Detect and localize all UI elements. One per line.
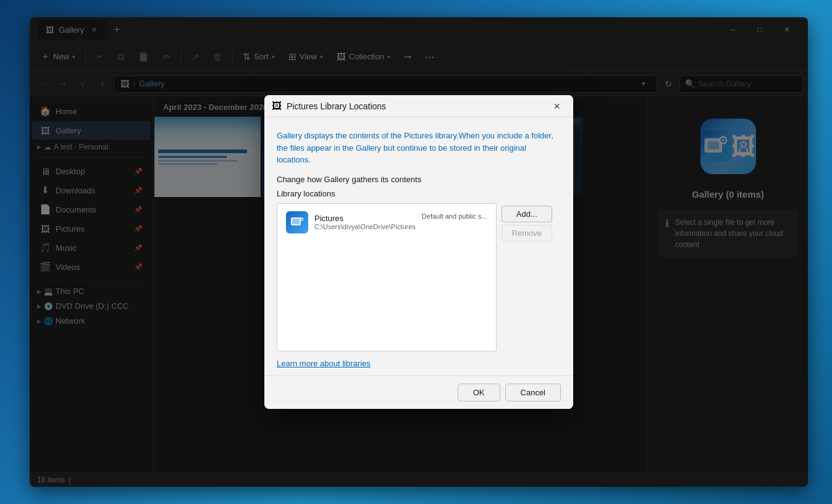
library-pictures-name: Pictures [314,214,416,223]
library-pictures-icon [286,211,308,233]
modal-change-label: Change how Gallery gathers its contents [277,175,561,184]
modal-overlay: 🖼 Pictures Library Locations ✕ Gallery d… [30,17,808,487]
modal-titlebar: 🖼 Pictures Library Locations ✕ [264,95,573,117]
main-window: 🖼 Gallery ✕ + ─ □ ✕ ＋ New ▾ ✂ ⧉ 📋 [30,17,808,487]
modal-title-icon: 🖼 [272,101,282,112]
modal-pictures-library: 🖼 Pictures Library Locations ✕ Gallery d… [264,95,573,409]
modal-description: Gallery displays the contents of the Pic… [277,130,561,166]
library-row: Pictures C:\Users\divya\OneDrive\Picture… [277,203,561,351]
library-item-pictures[interactable]: Pictures C:\Users\divya\OneDrive\Picture… [280,206,494,238]
modal-title-text: Pictures Library Locations [287,101,548,111]
remove-button[interactable]: Remove [502,225,552,242]
modal-body: Gallery displays the contents of the Pic… [264,117,573,376]
library-pictures-path: C:\Users\divya\OneDrive\Pictures [314,223,416,230]
modal-footer: OK Cancel [264,376,573,409]
ok-button[interactable]: OK [458,384,500,401]
svg-rect-7 [292,219,300,224]
library-pictures-badge: Default and public s... [422,212,487,220]
cancel-button[interactable]: Cancel [505,384,561,401]
library-pictures-info: Pictures C:\Users\divya\OneDrive\Picture… [314,214,416,230]
modal-locations-label: Library locations [277,189,561,198]
library-actions: Add... Remove [502,203,552,351]
add-button[interactable]: Add... [502,206,552,222]
svg-point-9 [301,218,303,220]
modal-close-button[interactable]: ✕ [548,98,566,115]
learn-more-link[interactable]: Learn more about libraries [277,359,371,368]
library-list: Pictures C:\Users\divya\OneDrive\Picture… [277,203,497,351]
